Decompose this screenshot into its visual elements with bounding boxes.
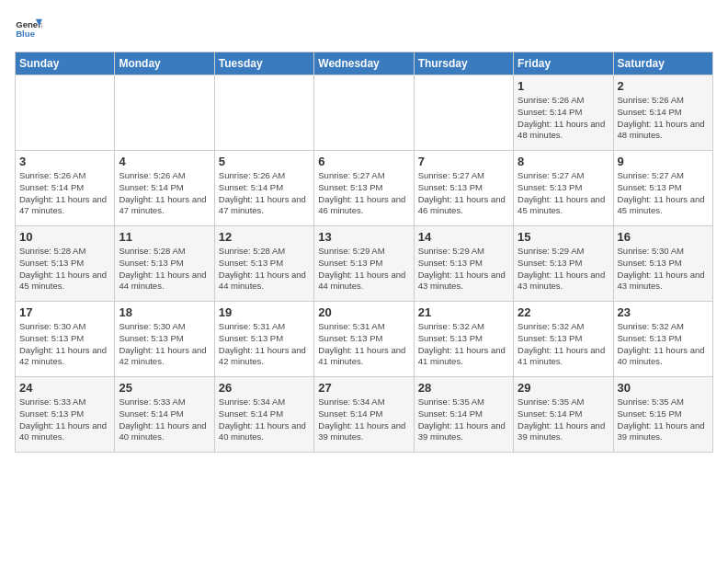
day-number: 18	[119, 305, 210, 319]
logo: General Blue	[15, 15, 42, 42]
calendar-day-cell: 25Sunrise: 5:33 AM Sunset: 5:14 PM Dayli…	[115, 377, 214, 453]
day-info: Sunrise: 5:31 AM Sunset: 5:13 PM Dayligh…	[219, 321, 310, 368]
calendar-day-cell: 7Sunrise: 5:27 AM Sunset: 5:13 PM Daylig…	[414, 151, 513, 226]
calendar-day-cell: 8Sunrise: 5:27 AM Sunset: 5:13 PM Daylig…	[514, 151, 613, 226]
calendar-day-cell: 22Sunrise: 5:32 AM Sunset: 5:13 PM Dayli…	[514, 302, 613, 377]
day-number: 8	[518, 155, 609, 168]
calendar-day-cell: 15Sunrise: 5:29 AM Sunset: 5:13 PM Dayli…	[514, 226, 613, 302]
day-number: 27	[318, 381, 409, 395]
day-info: Sunrise: 5:34 AM Sunset: 5:14 PM Dayligh…	[318, 396, 409, 443]
day-number: 11	[119, 230, 210, 244]
day-number: 10	[19, 230, 110, 244]
day-info: Sunrise: 5:32 AM Sunset: 5:13 PM Dayligh…	[418, 321, 509, 368]
calendar-week-row: 17Sunrise: 5:30 AM Sunset: 5:13 PM Dayli…	[16, 302, 713, 377]
day-info: Sunrise: 5:26 AM Sunset: 5:14 PM Dayligh…	[618, 95, 709, 142]
day-info: Sunrise: 5:33 AM Sunset: 5:13 PM Dayligh…	[19, 396, 110, 443]
calendar-day-cell: 10Sunrise: 5:28 AM Sunset: 5:13 PM Dayli…	[16, 226, 115, 302]
day-info: Sunrise: 5:26 AM Sunset: 5:14 PM Dayligh…	[518, 95, 609, 142]
calendar-day-cell: 19Sunrise: 5:31 AM Sunset: 5:13 PM Dayli…	[214, 302, 313, 377]
day-info: Sunrise: 5:28 AM Sunset: 5:13 PM Dayligh…	[219, 246, 310, 293]
day-number: 30	[618, 381, 709, 395]
day-info: Sunrise: 5:28 AM Sunset: 5:13 PM Dayligh…	[119, 246, 210, 293]
calendar-day-cell: 16Sunrise: 5:30 AM Sunset: 5:13 PM Dayli…	[613, 226, 712, 302]
day-info: Sunrise: 5:26 AM Sunset: 5:14 PM Dayligh…	[119, 170, 210, 217]
calendar-day-cell: 24Sunrise: 5:33 AM Sunset: 5:13 PM Dayli…	[16, 377, 115, 453]
page-header: General Blue	[15, 15, 713, 42]
day-number: 28	[418, 381, 509, 395]
day-info: Sunrise: 5:27 AM Sunset: 5:13 PM Dayligh…	[518, 170, 609, 217]
calendar-day-cell: 11Sunrise: 5:28 AM Sunset: 5:13 PM Dayli…	[115, 226, 214, 302]
day-info: Sunrise: 5:31 AM Sunset: 5:13 PM Dayligh…	[318, 321, 409, 368]
day-info: Sunrise: 5:35 AM Sunset: 5:14 PM Dayligh…	[518, 396, 609, 443]
calendar-day-cell: 9Sunrise: 5:27 AM Sunset: 5:13 PM Daylig…	[613, 151, 712, 226]
calendar-day-cell: 20Sunrise: 5:31 AM Sunset: 5:13 PM Dayli…	[314, 302, 414, 377]
day-number: 1	[518, 79, 609, 93]
day-info: Sunrise: 5:27 AM Sunset: 5:13 PM Dayligh…	[318, 170, 409, 217]
day-info: Sunrise: 5:29 AM Sunset: 5:13 PM Dayligh…	[318, 246, 409, 293]
day-number: 23	[618, 305, 709, 319]
calendar-day-cell: 26Sunrise: 5:34 AM Sunset: 5:14 PM Dayli…	[214, 377, 313, 453]
day-number: 15	[518, 230, 609, 244]
day-info: Sunrise: 5:35 AM Sunset: 5:14 PM Dayligh…	[418, 396, 509, 443]
day-number: 17	[19, 305, 110, 319]
calendar-day-cell: 2Sunrise: 5:26 AM Sunset: 5:14 PM Daylig…	[613, 75, 712, 151]
calendar-day-cell	[314, 75, 414, 151]
calendar-day-cell: 28Sunrise: 5:35 AM Sunset: 5:14 PM Dayli…	[414, 377, 513, 453]
day-number: 19	[219, 305, 310, 319]
calendar-day-cell: 13Sunrise: 5:29 AM Sunset: 5:13 PM Dayli…	[314, 226, 414, 302]
calendar-day-cell: 29Sunrise: 5:35 AM Sunset: 5:14 PM Dayli…	[514, 377, 613, 453]
calendar-day-cell: 18Sunrise: 5:30 AM Sunset: 5:13 PM Dayli…	[115, 302, 214, 377]
day-info: Sunrise: 5:29 AM Sunset: 5:13 PM Dayligh…	[518, 246, 609, 293]
calendar-week-row: 24Sunrise: 5:33 AM Sunset: 5:13 PM Dayli…	[16, 377, 713, 453]
calendar-day-cell: 1Sunrise: 5:26 AM Sunset: 5:14 PM Daylig…	[514, 75, 613, 151]
day-info: Sunrise: 5:30 AM Sunset: 5:13 PM Dayligh…	[119, 321, 210, 368]
day-number: 16	[618, 230, 709, 244]
day-number: 4	[119, 155, 210, 168]
day-number: 2	[618, 79, 709, 93]
calendar-day-cell: 12Sunrise: 5:28 AM Sunset: 5:13 PM Dayli…	[214, 226, 313, 302]
day-info: Sunrise: 5:28 AM Sunset: 5:13 PM Dayligh…	[19, 246, 110, 293]
calendar-day-cell: 17Sunrise: 5:30 AM Sunset: 5:13 PM Dayli…	[16, 302, 115, 377]
day-number: 21	[418, 305, 509, 319]
day-number: 24	[19, 381, 110, 395]
weekday-header-cell: Wednesday	[314, 52, 414, 75]
day-info: Sunrise: 5:32 AM Sunset: 5:13 PM Dayligh…	[618, 321, 709, 368]
weekday-header-cell: Saturday	[613, 52, 712, 75]
day-number: 3	[19, 155, 110, 168]
day-info: Sunrise: 5:35 AM Sunset: 5:15 PM Dayligh…	[618, 396, 709, 443]
calendar-week-row: 1Sunrise: 5:26 AM Sunset: 5:14 PM Daylig…	[16, 75, 713, 151]
day-number: 9	[618, 155, 709, 168]
svg-text:Blue: Blue	[16, 29, 35, 39]
day-number: 22	[518, 305, 609, 319]
day-number: 25	[119, 381, 210, 395]
calendar-day-cell	[115, 75, 214, 151]
calendar-day-cell: 4Sunrise: 5:26 AM Sunset: 5:14 PM Daylig…	[115, 151, 214, 226]
day-info: Sunrise: 5:26 AM Sunset: 5:14 PM Dayligh…	[219, 170, 310, 217]
day-number: 5	[219, 155, 310, 168]
calendar-day-cell	[414, 75, 513, 151]
day-number: 13	[318, 230, 409, 244]
weekday-header-cell: Monday	[115, 52, 214, 75]
day-info: Sunrise: 5:30 AM Sunset: 5:13 PM Dayligh…	[618, 246, 709, 293]
day-info: Sunrise: 5:30 AM Sunset: 5:13 PM Dayligh…	[19, 321, 110, 368]
calendar-day-cell: 3Sunrise: 5:26 AM Sunset: 5:14 PM Daylig…	[16, 151, 115, 226]
day-number: 6	[318, 155, 409, 168]
calendar-day-cell: 30Sunrise: 5:35 AM Sunset: 5:15 PM Dayli…	[613, 377, 712, 453]
day-number: 29	[518, 381, 609, 395]
calendar-week-row: 3Sunrise: 5:26 AM Sunset: 5:14 PM Daylig…	[16, 151, 713, 226]
day-number: 12	[219, 230, 310, 244]
logo-icon: General Blue	[15, 15, 42, 42]
calendar-week-row: 10Sunrise: 5:28 AM Sunset: 5:13 PM Dayli…	[16, 226, 713, 302]
weekday-header-cell: Sunday	[16, 52, 115, 75]
day-info: Sunrise: 5:32 AM Sunset: 5:13 PM Dayligh…	[518, 321, 609, 368]
weekday-header-cell: Friday	[514, 52, 613, 75]
day-info: Sunrise: 5:27 AM Sunset: 5:13 PM Dayligh…	[618, 170, 709, 217]
day-info: Sunrise: 5:27 AM Sunset: 5:13 PM Dayligh…	[418, 170, 509, 217]
day-number: 20	[318, 305, 409, 319]
calendar-day-cell: 6Sunrise: 5:27 AM Sunset: 5:13 PM Daylig…	[314, 151, 414, 226]
day-info: Sunrise: 5:26 AM Sunset: 5:14 PM Dayligh…	[19, 170, 110, 217]
calendar-table: SundayMondayTuesdayWednesdayThursdayFrid…	[15, 52, 713, 453]
weekday-header-cell: Tuesday	[214, 52, 313, 75]
day-info: Sunrise: 5:29 AM Sunset: 5:13 PM Dayligh…	[418, 246, 509, 293]
calendar-day-cell: 23Sunrise: 5:32 AM Sunset: 5:13 PM Dayli…	[613, 302, 712, 377]
